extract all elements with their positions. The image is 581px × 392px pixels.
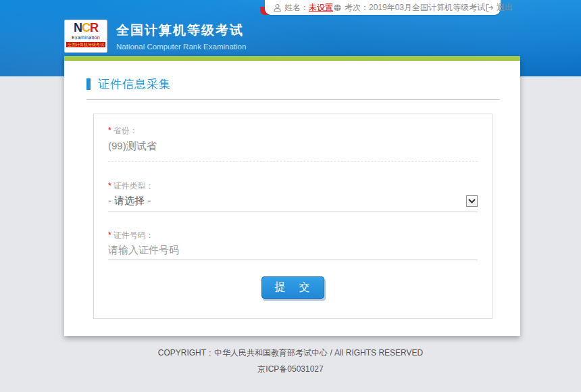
title-accent-bar [86,78,91,90]
green-accent-strip [64,56,520,61]
brand-titles: 全国计算机等级考试 National Computer Rank Examina… [116,20,246,51]
id-type-selected-value[interactable]: - 请选择 - [108,195,151,207]
logo-acronym: NCR [74,22,98,34]
submit-button[interactable]: 提 交 [261,276,324,299]
exam-session-label: 考次： [345,2,369,14]
ncre-logo: NCR Examination 全国计算机等级考试 [64,20,107,53]
logout-label[interactable]: 退出 [497,2,513,14]
id-number-field: *证件号码： [94,230,492,260]
logout-icon [485,3,494,12]
id-number-input[interactable] [108,244,478,255]
id-type-select[interactable]: - 请选择 - [108,195,478,207]
province-field: *省份： (99)测试省 [94,125,492,162]
id-type-label: *证件类型： [108,180,478,192]
logo-examination-text: Examination [72,34,100,41]
user-icon [273,3,282,12]
logo-band-text: 全国计算机等级考试 [66,42,105,47]
chevron-down-icon [468,199,476,203]
required-asterisk: * [108,230,111,240]
site-title-cn: 全国计算机等级考试 [116,22,246,39]
select-dropdown-button[interactable] [466,195,478,207]
field-divider [108,212,478,212]
exam-session-group: 考次： 2019年03月全国计算机等级考试 [333,2,485,14]
section-header: 证件信息采集 [64,61,520,100]
province-value: (99)测试省 [108,140,478,153]
icp-license-text: 京ICP备05031027 [0,364,581,375]
required-asterisk: * [108,126,111,135]
user-status-bar: 姓名： 未设置 考次： 2019年03月全国计算机等级考试 退出 [265,0,501,15]
page-title: 证件信息采集 [98,76,171,92]
user-name-value[interactable]: 未设置 [309,2,333,14]
id-type-field: *证件类型： - 请选择 - [94,180,492,212]
required-asterisk: * [108,181,111,191]
exam-session-value: 2019年03月全国计算机等级考试 [369,2,485,14]
id-number-label: *证件号码： [108,230,478,241]
page-footer: COPYRIGHT：中华人民共和国教育部考试中心 / All RIGHTS RE… [0,347,581,375]
brand-header: NCR Examination 全国计算机等级考试 全国计算机等级考试 Nati… [64,20,246,53]
user-name-label: 姓名： [284,2,309,14]
logout-group[interactable]: 退出 [485,2,513,14]
field-divider [108,260,478,260]
id-info-form: *省份： (99)测试省 *证件类型： - 请选择 - [93,114,492,319]
site-title-en: National Computer Rank Examination [116,43,246,51]
field-divider [108,161,478,162]
content-card: 证件信息采集 *省份： (99)测试省 *证件类型： - 请选择 - [64,56,520,336]
page: 姓名： 未设置 考次： 2019年03月全国计算机等级考试 退出 NCR [0,0,581,392]
user-name-group: 姓名： 未设置 [273,2,333,14]
title-divider [86,99,500,100]
copyright-text: COPYRIGHT：中华人民共和国教育部考试中心 / All RIGHTS RE… [0,347,581,359]
province-label: *省份： [108,125,478,137]
globe-icon [333,3,342,12]
